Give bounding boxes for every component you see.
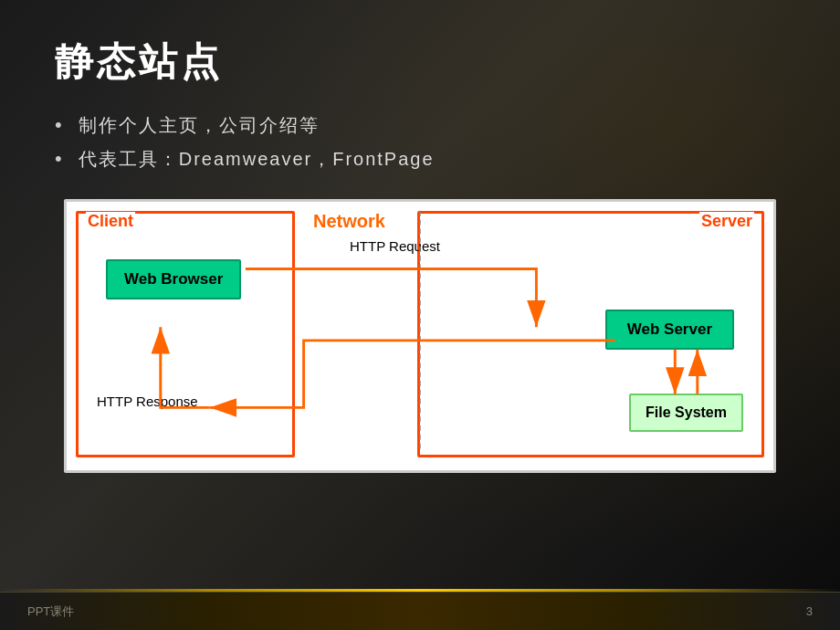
slide-container: 静态站点 制作个人主页，公司介绍等 代表工具：Dreamweaver，Front… [0,0,840,630]
network-label: Network [313,211,385,232]
http-request-text: HTTP Request [350,238,440,254]
bullet-item-1: 制作个人主页，公司介绍等 [55,113,785,138]
server-box: Server Web Server File System [417,211,764,457]
web-browser-box: Web Browser [106,259,241,299]
file-system-box: File System [629,394,743,432]
footer-page-number: 3 [806,604,813,618]
http-response-text: HTTP Response [97,394,198,409]
slide-title: 静态站点 [55,37,785,88]
bullet-list: 制作个人主页，公司介绍等 代表工具：Dreamweaver，FrontPage [55,113,785,172]
client-box: Client Web Browser HTTP Response [76,211,295,457]
footer-left-text: PPT课件 [27,604,74,620]
client-label: Client [86,212,135,231]
server-label: Server [699,212,754,231]
diagram-wrapper: Client Web Browser HTTP Response Network… [64,199,776,473]
web-server-box: Web Server [605,310,734,350]
bullet-item-2: 代表工具：Dreamweaver，FrontPage [55,147,785,172]
footer: PPT课件 3 [0,592,840,630]
